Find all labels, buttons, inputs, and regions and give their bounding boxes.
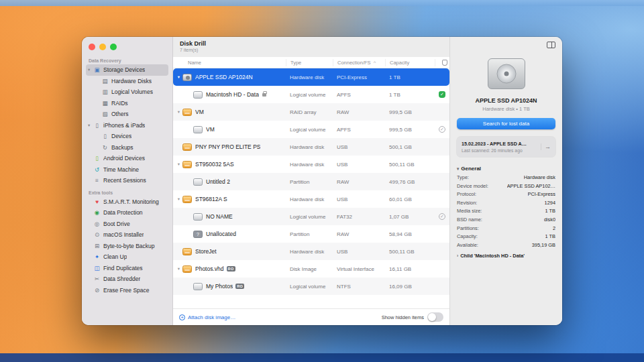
table-row-unallocated[interactable]: ?UnallocatedPartitionRAW58,94 GB: [173, 225, 449, 243]
page-title: Disk Drill: [180, 40, 449, 47]
table-row-untitled-2[interactable]: Untitled 2PartitionRAW499,76 GB: [173, 173, 449, 190]
sidebar-item-iphones-ipads[interactable]: ▾▯iPhones & iPads: [86, 120, 168, 131]
sidebar-item-data-shredder[interactable]: ✂Data Shredder: [86, 274, 168, 285]
help-book-icon[interactable]: [547, 42, 555, 48]
column-header-type[interactable]: Type: [286, 59, 333, 66]
volume-icon: [193, 91, 203, 99]
device-connection: APFS: [333, 92, 385, 98]
sidebar-item-boot-drive[interactable]: ◎Boot Drive: [86, 219, 168, 230]
sidebar-item-storage-devices[interactable]: ▾▣Storage Devices: [86, 64, 168, 76]
sidebar-section-header: Data Recovery: [89, 58, 166, 63]
device-connection: NTFS: [333, 284, 385, 290]
table-row-pny-pny-pro-elite-ps[interactable]: PNY PNY PRO ELITE PSHardware diskUSB500,…: [173, 138, 449, 156]
sidebar-item-data-protection[interactable]: ◉Data Protection: [86, 207, 168, 219]
minimize-button[interactable]: [99, 44, 106, 50]
drive-icon: [182, 109, 192, 116]
chevron-down-icon[interactable]: ▾: [176, 109, 182, 115]
shield-icon: [442, 60, 447, 66]
sidebar-item-others[interactable]: ▧Others: [86, 109, 168, 120]
device-type: Hardware disk: [286, 249, 333, 255]
device-capacity: 58,94 GB: [385, 231, 435, 237]
table-row-apple-ssd-ap1024n[interactable]: ▾APPLE SSD AP1024NHardware diskPCI-Expre…: [173, 68, 449, 86]
table-row-st96812a-s[interactable]: ▾ST96812A SHardware diskUSB60,01 GB: [173, 190, 449, 208]
chevron-down-icon[interactable]: ▾: [176, 162, 182, 167]
show-hidden-items-toggle[interactable]: [427, 312, 443, 322]
detail-label: Revision:: [457, 199, 477, 208]
sidebar-item-hardware-disks[interactable]: ▤Hardware Disks: [86, 76, 168, 87]
table-row-vm[interactable]: ▾VMRAID arrayRAW999,5 GB: [173, 103, 449, 121]
table-row-my-photos[interactable]: My PhotosROLogical volumeNTFS16,09 GB: [173, 278, 449, 295]
android-icon: ▯: [93, 155, 101, 162]
arrow-right-icon[interactable]: →: [541, 143, 551, 150]
table-row-vm[interactable]: VMLogical volumeAPFS999,5 GB✓: [173, 121, 449, 138]
sidebar-item-s-m-a-r-t-monitoring[interactable]: ♥S.M.A.R.T. Monitoring: [86, 196, 168, 208]
detail-value: 1294: [545, 199, 555, 208]
device-type: Logical volume: [286, 127, 333, 133]
scan-session-card[interactable]: 15.02.2023 - APPLE SSD A… Last scanned: …: [457, 137, 555, 157]
device-connection: PCI-Express: [333, 74, 385, 80]
table-row-storejet[interactable]: StoreJetHardware diskUSB500,11 GB: [173, 243, 449, 260]
main-panel: Disk Drill 7 item(s) Name Type Connectio…: [173, 37, 449, 325]
sidebar-item-find-duplicates[interactable]: ◫Find Duplicates: [86, 263, 168, 274]
device-table-body: ▾APPLE SSD AP1024NHardware diskPCI-Expre…: [173, 68, 449, 308]
sidebar-item-recent-sessions[interactable]: ≡Recent Sessions: [86, 175, 168, 186]
sidebar-item-label: Byte-to-byte Backup: [103, 243, 155, 249]
zoom-button[interactable]: [110, 44, 117, 50]
general-rows: Type:Hardware diskDevice model:APPLE SSD…: [457, 174, 555, 249]
detail-label: Media size:: [457, 207, 482, 216]
sidebar-item-byte-to-byte-backup[interactable]: ⊞Byte-to-byte Backup: [86, 241, 168, 252]
column-header-connection[interactable]: Connection/FS ^: [333, 59, 385, 66]
column-header-status[interactable]: [435, 59, 449, 66]
sidebar-item-clean-up[interactable]: ✦Clean Up: [86, 251, 168, 263]
close-button[interactable]: [89, 44, 95, 50]
column-header-capacity[interactable]: Capacity: [385, 59, 435, 66]
sidebar-item-backups[interactable]: ↻Backups: [86, 142, 168, 154]
drive-icon: [182, 265, 192, 273]
table-row-photos-vhd[interactable]: ▾Photos.vhdRODisk ImageVirtual Interface…: [173, 260, 449, 278]
chevron-down-icon[interactable]: ▾: [176, 266, 182, 272]
boot-icon: ◎: [93, 221, 101, 227]
sidebar-item-logical-volumes[interactable]: ▥Logical Volumes: [86, 86, 168, 98]
device-connection: USB: [333, 144, 385, 150]
clean-icon: ✦: [93, 253, 101, 260]
sidebar-item-devices[interactable]: ▯Devices: [86, 131, 168, 142]
check-circle-icon: ✓: [439, 213, 445, 220]
volume-icon: [193, 283, 203, 290]
child-volume-disclosure[interactable]: › Child 'Macintosh HD - Data': [457, 253, 555, 259]
chevron-down-icon[interactable]: ▾: [176, 74, 182, 80]
byte-icon: ⊞: [93, 243, 101, 249]
sidebar-item-macos-installer[interactable]: ⊙macOS Installer: [86, 229, 168, 241]
plus-circle-icon: +: [179, 314, 185, 320]
table-row-macintosh-hd-data[interactable]: Macintosh HD - DataLogical volumeAPFS1 T…: [173, 86, 449, 103]
search-lost-data-button[interactable]: Search for lost data: [457, 118, 555, 129]
attach-disk-image-label: Attach disk image…: [188, 314, 235, 320]
device-connection: USB: [333, 249, 385, 255]
sidebar-item-label: iPhones & iPads: [103, 122, 145, 129]
attach-disk-image-button[interactable]: + Attach disk image…: [179, 314, 235, 320]
smart-icon: ♥: [93, 198, 101, 205]
sidebar-item-label: Storage Devices: [103, 66, 145, 73]
chevron-down-icon[interactable]: ▾: [176, 196, 182, 202]
general-section-header[interactable]: ▾ General: [457, 166, 555, 172]
device-capacity: 60,01 GB: [385, 196, 435, 202]
table-row-st950032-5as[interactable]: ▾ST950032 5ASHardware diskUSB500,11 GB: [173, 156, 449, 173]
volume-icon: [193, 178, 203, 186]
device-name: Photos.vhd: [195, 265, 224, 272]
sidebar-item-raids[interactable]: ▦RAIDs: [86, 98, 168, 109]
sidebar-item-time-machine[interactable]: ↺Time Machine: [86, 164, 168, 176]
device-name: Macintosh HD - Data: [206, 91, 259, 98]
table-row-no-name[interactable]: NO NAMELogical volumeFAT321,07 GB✓: [173, 208, 449, 225]
backups-icon: ↻: [101, 144, 109, 151]
volume-icon: [193, 213, 203, 221]
device-capacity: 1,07 GB: [385, 214, 435, 220]
detail-value: 2: [553, 225, 555, 233]
device-subtitle: Hardware disk • 1 TB: [457, 106, 555, 112]
detail-label: BSD name:: [457, 216, 482, 225]
shield-check-icon: ✓: [439, 91, 445, 98]
iphones-icon: ▯: [93, 122, 101, 129]
sidebar-item-erase-free-space[interactable]: ⊘Erase Free Space: [86, 285, 168, 296]
sidebar-item-android-devices[interactable]: ▯Android Devices: [86, 153, 168, 164]
column-header-name[interactable]: Name: [173, 59, 286, 66]
device-type: Hardware disk: [286, 144, 333, 150]
sidebar-item-label: Data Protection: [103, 209, 143, 216]
